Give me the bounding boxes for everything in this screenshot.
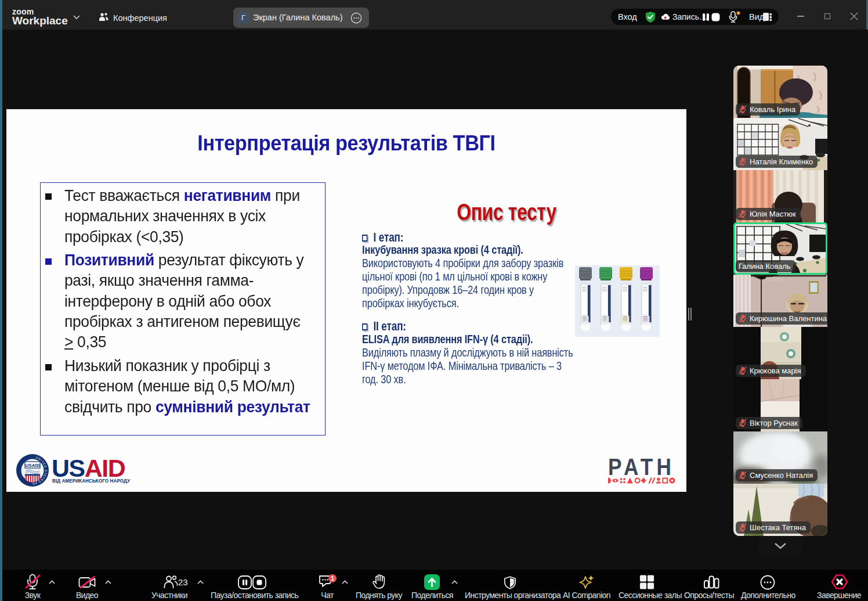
svg-text:ВІД АМЕРИКАНСЬКОГО НАРОДУ: ВІД АМЕРИКАНСЬКОГО НАРОДУ xyxy=(52,478,131,484)
svg-text:USAID: USAID xyxy=(26,463,40,468)
svg-text:PATH: PATH xyxy=(608,456,675,480)
svg-text:1: 1 xyxy=(331,575,334,582)
